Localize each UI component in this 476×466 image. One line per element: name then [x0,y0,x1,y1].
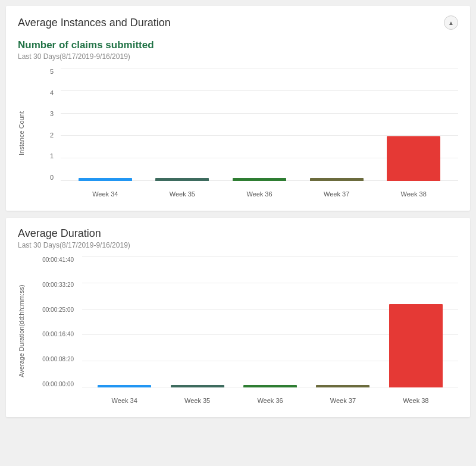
bar-w35 [155,178,209,181]
bar2-group-w36 [234,385,306,387]
bar2-w37 [316,385,369,387]
chart2-bars [82,257,458,387]
x2-label-w36: Week 36 [234,389,306,405]
y-tick-3: 3 [50,110,57,117]
bar-w37 [310,178,364,181]
x-label-w34: Week 34 [67,182,144,199]
bar2-w36 [243,385,297,387]
y2-tick-2: 00:00:16:40 [42,331,77,337]
x2-label-w34: Week 34 [88,389,161,405]
page-title-row: Average Instances and Duration ▲ [18,15,458,30]
chart1-y-ticks: 5 4 3 2 1 0 [31,68,57,181]
x-label-w38: Week 38 [375,182,452,199]
x-label-w36: Week 36 [221,182,298,199]
chart2-title: Average Duration [18,227,458,240]
y2-tick-0: 00:00:00:00 [42,381,77,387]
chart2-card: Average Duration Last 30 Days(8/17/2019-… [6,218,470,417]
chart2-inner: 00:00:41:40 00:00:33:20 00:00:25:00 00:0… [35,257,458,405]
bar-group-w38 [375,136,452,181]
bar-group-w35 [144,178,221,181]
chart2-area: Average Duration(dd:hh:mm:ss) 00:00:41:4… [18,257,458,405]
y-tick-1: 1 [50,152,57,159]
main-card: Average Instances and Duration ▲ Number … [6,6,470,211]
y-tick-5: 5 [50,68,57,75]
y2-tick-4: 00:00:33:20 [42,282,77,288]
bar2-group-w37 [306,385,379,387]
collapse-button[interactable]: ▲ [444,15,458,30]
y-tick-2: 2 [50,132,57,139]
collapse-icon: ▲ [448,20,454,26]
page-title: Average Instances and Duration [18,17,171,29]
bar-group-w37 [298,178,375,181]
bar2-w35 [171,385,224,387]
chart1-subtitle: Last 30 Days(8/17/2019-9/16/2019) [18,52,458,61]
chart1-section: Number of claims submitted Last 30 Days(… [18,39,458,199]
chart2-section: Average Duration Last 30 Days(8/17/2019-… [18,227,458,405]
chart1-inner: 5 4 3 2 1 0 [31,68,458,199]
bar2-w34 [98,385,151,387]
x2-label-w38: Week 38 [380,389,452,405]
bar2-group-w34 [88,385,161,387]
bar2-group-w38 [380,304,452,387]
chart2-subtitle: Last 30 Days(8/17/2019-9/16/2019) [18,241,458,249]
chart1-y-axis-label: Instance Count [18,68,29,199]
y2-tick-5: 00:00:41:40 [42,257,77,263]
chart2-y-axis-label: Average Duration(dd:hh:mm:ss) [18,257,32,405]
chart2-x-labels: Week 34 Week 35 Week 36 Week 37 Week 38 [82,389,458,405]
chart1-area: Instance Count 5 4 3 2 1 0 [18,68,458,199]
x2-label-w35: Week 35 [161,389,233,405]
bar-w34 [79,178,132,181]
x-label-w37: Week 37 [298,182,375,199]
x-label-w35: Week 35 [144,182,221,199]
y2-tick-1: 00:00:08:20 [42,356,77,362]
bar-w38 [387,136,440,181]
y-tick-0: 0 [50,174,57,181]
bar-group-w36 [221,178,298,181]
bar-w36 [233,178,286,181]
bar2-group-w35 [161,385,233,387]
chart1-title: Number of claims submitted [18,39,458,51]
y2-tick-3: 00:00:25:00 [42,307,77,313]
page-container: Average Instances and Duration ▲ Number … [6,6,470,424]
chart1-x-labels: Week 34 Week 35 Week 36 Week 37 Week 38 [61,182,458,199]
bar-group-w34 [67,178,144,181]
y-tick-4: 4 [50,89,57,96]
x2-label-w37: Week 37 [306,389,379,405]
chart1-bars [61,68,458,181]
chart2-y-ticks: 00:00:41:40 00:00:33:20 00:00:25:00 00:0… [35,257,77,387]
bar2-w38 [389,304,443,387]
